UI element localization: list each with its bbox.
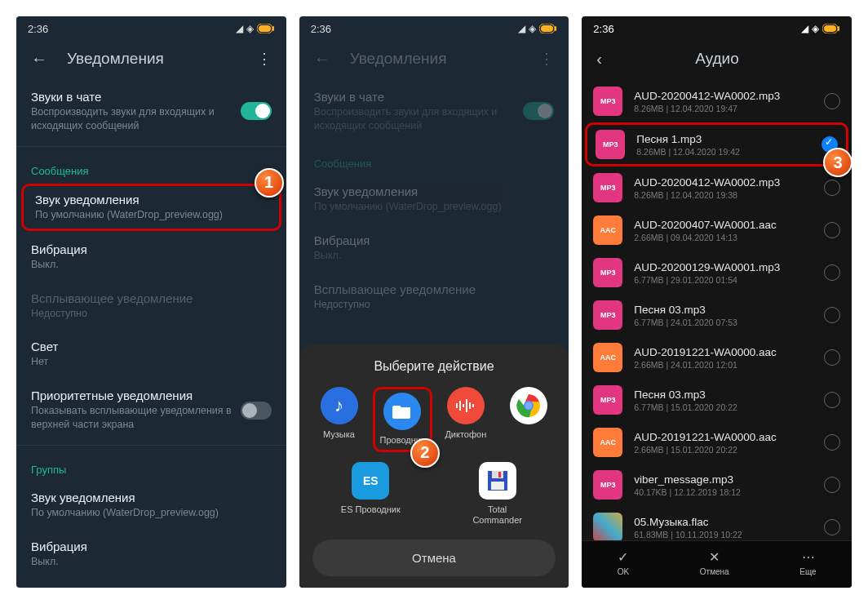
file-name: Песня 03.mp3 xyxy=(634,389,824,401)
select-radio[interactable] xyxy=(824,222,840,238)
filetype-icon: MP3 xyxy=(593,300,622,330)
select-radio[interactable] xyxy=(824,93,840,109)
file-meta: 6.77MB | 15.01.2020 20:22 xyxy=(634,402,824,412)
priority-row[interactable]: Приоритетные уведомления Показывать вспл… xyxy=(16,379,286,442)
app-bar: ← Уведомления ⋮ xyxy=(299,38,569,80)
status-icons: ◢ ◈ xyxy=(801,23,840,34)
file-meta: 8.26MB | 12.04.2020 19:38 xyxy=(634,190,824,200)
bottom-bar: ✓OK ✕Отмена ⋯Еще xyxy=(582,540,852,588)
back-icon: ← xyxy=(314,50,330,69)
audio-list[interactable]: MP3AUD-20200412-WA0002.mp38.26MB | 12.04… xyxy=(582,80,852,548)
dots-icon: ⋯ xyxy=(799,549,816,565)
filetype-icon: AAC xyxy=(593,343,622,372)
file-meta: 2.66MB | 15.01.2020 20:22 xyxy=(634,445,824,455)
more-button[interactable]: ⋯Еще xyxy=(799,549,816,576)
select-radio[interactable] xyxy=(824,434,840,451)
filetype-icon: MP3 xyxy=(593,87,622,116)
status-bar: 2:36 ◢ ◈ xyxy=(299,16,569,38)
select-radio[interactable] xyxy=(824,392,840,408)
section-messages: Сообщения xyxy=(16,150,286,182)
audio-item[interactable]: MP3Песня 03.mp36.77MB | 24.01.2020 07:53 xyxy=(582,294,852,336)
file-name: AUD-20191221-WA0000.aac xyxy=(634,431,824,443)
folder-icon xyxy=(383,393,421,430)
audio-item[interactable]: AACAUD-20191221-WA0000.aac2.66MB | 15.01… xyxy=(582,421,852,464)
page-title: Аудио xyxy=(597,50,837,68)
sheet-title: Выберите действие xyxy=(308,359,561,374)
chat-sounds-toggle[interactable] xyxy=(241,102,272,120)
popup-row: Всплывающее уведомление Недоступно xyxy=(16,282,286,331)
signal-icon: ◢ xyxy=(518,23,525,34)
audio-item[interactable]: MP3AUD-20200412-WA0002.mp38.26MB | 12.04… xyxy=(582,80,852,122)
filetype-icon: MP3 xyxy=(593,385,622,415)
app-tc[interactable]: Total Commander xyxy=(466,462,529,527)
priority-toggle[interactable] xyxy=(241,402,272,420)
status-time: 2:36 xyxy=(593,23,613,35)
file-name: Песня 1.mp3 xyxy=(636,133,822,145)
app-music[interactable]: ♪ Музыка xyxy=(308,387,371,452)
chat-sounds-row[interactable]: Звуки в чате Воспроизводить звуки для вх… xyxy=(16,80,286,143)
more-icon[interactable]: ⋮ xyxy=(257,50,272,68)
filetype-icon: MP3 xyxy=(596,130,625,159)
svg-point-14 xyxy=(525,402,533,409)
battery-icon xyxy=(257,24,275,33)
cancel-button[interactable]: ✕Отмена xyxy=(700,549,729,576)
file-meta: 6.77MB | 29.01.2020 01:54 xyxy=(634,275,824,285)
group-vibration-row[interactable]: Вибрация Выкл. xyxy=(16,530,286,579)
action-sheet: Выберите действие ♪ Музыка Проводник 2 xyxy=(299,344,569,588)
battery-icon xyxy=(539,24,557,33)
select-radio[interactable] xyxy=(824,477,840,493)
screen-2-chooser: 2:36 ◢ ◈ ← Уведомления ⋮ Звуки в чате Во… xyxy=(299,16,569,588)
wifi-icon: ◈ xyxy=(529,23,536,34)
file-meta: 2.66MB | 09.04.2020 14:13 xyxy=(634,233,824,242)
audio-item[interactable]: MP3Песня 1.mp38.26MB | 12.04.2020 19:423 xyxy=(585,122,848,167)
file-name: AUD-20200407-WA0001.aac xyxy=(634,219,824,231)
file-meta: 6.77MB | 24.01.2020 07:53 xyxy=(634,318,824,327)
chrome-icon xyxy=(510,387,547,424)
wifi-icon: ◈ xyxy=(812,23,819,34)
filetype-icon xyxy=(593,513,622,542)
audio-item[interactable]: AACAUD-20191221-WA0000.aac2.66MB | 24.01… xyxy=(582,336,852,379)
check-icon: ✓ xyxy=(618,549,629,565)
screen-3-audio-picker: 2:36 ◢ ◈ ‹ Аудио MP3AUD-20200412-WA0002.… xyxy=(582,16,852,588)
cancel-button[interactable]: Отмена xyxy=(312,540,556,576)
select-radio[interactable] xyxy=(824,519,840,535)
app-bar: ‹ Аудио xyxy=(582,38,852,80)
svg-rect-1 xyxy=(259,25,271,32)
badge-2: 2 xyxy=(410,438,440,468)
section-groups: Группы xyxy=(16,449,286,481)
file-name: AUD-20200412-WA0002.mp3 xyxy=(634,176,824,189)
select-radio[interactable] xyxy=(824,349,840,366)
light-row[interactable]: Свет Нет xyxy=(16,330,286,379)
status-time: 2:36 xyxy=(311,23,331,35)
notification-sound-row[interactable]: Звук уведомления По умолчанию (WaterDrop… xyxy=(21,184,281,231)
select-radio[interactable] xyxy=(824,264,840,281)
app-chrome[interactable] xyxy=(498,387,561,452)
ok-button[interactable]: ✓OK xyxy=(618,549,629,576)
music-note-icon: ♪ xyxy=(321,387,358,424)
audio-item[interactable]: MP3viber_message.mp340.17KB | 12.12.2019… xyxy=(582,464,852,506)
app-files[interactable]: Проводник 2 xyxy=(370,387,434,452)
vibration-row[interactable]: Вибрация Выкл. xyxy=(16,233,286,282)
svg-rect-4 xyxy=(541,25,553,32)
audio-item[interactable]: MP3AUD-20200412-WA0002.mp38.26MB | 12.04… xyxy=(582,167,852,209)
select-radio[interactable] xyxy=(824,180,840,196)
file-meta: 61.83MB | 10.11.2019 10:22 xyxy=(634,530,824,540)
battery-icon xyxy=(822,24,840,33)
waveform-icon xyxy=(447,387,485,424)
file-name: AUD-20200412-WA0002.mp3 xyxy=(634,90,824,102)
file-name: Песня 03.mp3 xyxy=(634,304,824,316)
filetype-icon: MP3 xyxy=(593,173,622,202)
audio-item[interactable]: MP3Песня 03.mp36.77MB | 15.01.2020 20:22 xyxy=(582,379,852,421)
screen-1-notifications: 2:36 ◢ ◈ ← Уведомления ⋮ Звуки в чате Во… xyxy=(16,16,286,588)
select-radio[interactable] xyxy=(824,307,840,323)
app-es[interactable]: ES ES Проводник xyxy=(339,462,403,527)
app-recorder[interactable]: Диктофон xyxy=(434,387,498,452)
signal-icon: ◢ xyxy=(801,23,808,34)
group-sound-row[interactable]: Звук уведомления По умолчанию (WaterDrop… xyxy=(16,481,286,530)
audio-item[interactable]: MP3AUD-20200129-WA0001.mp36.77MB | 29.01… xyxy=(582,251,852,294)
back-icon[interactable]: ← xyxy=(31,50,47,69)
svg-rect-18 xyxy=(491,482,504,490)
status-bar: 2:36 ◢ ◈ xyxy=(582,16,852,38)
audio-item[interactable]: AACAUD-20200407-WA0001.aac2.66MB | 09.04… xyxy=(582,209,852,251)
page-title: Уведомления xyxy=(67,50,257,68)
